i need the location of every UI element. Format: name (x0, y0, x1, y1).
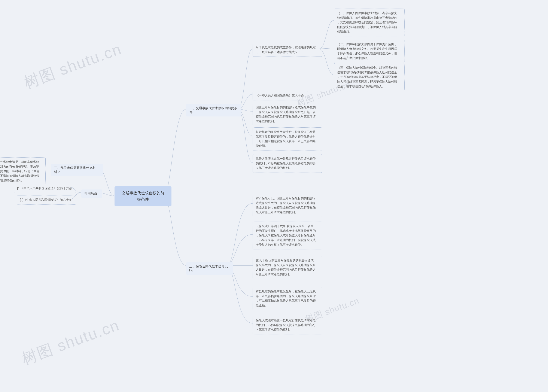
node-b2-materials[interactable]: 代位求偿提供案件索赔申请书、机动车辆索赔权转让书、责任对方的有效身份证明、事故证… (0, 157, 46, 185)
branch-section-3[interactable]: 三、保险合同代位求偿可以吗 (186, 262, 233, 275)
watermark: 树图 shutu.cn (21, 39, 125, 93)
node-b1-p1[interactable]: 因第三者对保险标的的损害而造成保险事故的，保险人自向被保险人赔偿保险金之日起，在… (253, 103, 322, 126)
node-req-3[interactable]: （三）保险人给付保险赔偿金。对第三者的赔偿请求权转移的时间界限是保险人给付赔偿金… (334, 63, 405, 91)
node-b3-p4[interactable]: 前款规定的保险事故发生后，被保险人已经从第三者取得损害赔偿的，保险人赔偿保险金时… (253, 287, 322, 310)
root-title-line2: 提条件 (120, 196, 166, 203)
node-req-intro[interactable]: 对于代位求偿权的成立要件，按照法律的规定，一般应具备下述要件方能成立： (253, 43, 322, 57)
node-b1-p3[interactable]: 保险人依照本条第一款规定行使代位请求赔偿的权利，不影响被保险人就未取得赔偿的部分… (253, 154, 322, 173)
node-b3-p2[interactable]: 《保险法》第四十六条 被保险人因第三者的行为而发生死亡、伤残或者疾病等保险事故的… (253, 222, 322, 249)
branch-references[interactable]: 引用法条 (81, 189, 102, 198)
branch-section-2[interactable]: 二、代位求偿需要提供什么材料？ (51, 164, 103, 176)
root-node[interactable]: 交通事故代位求偿权的前 提条件 (115, 186, 172, 206)
branch-section-1[interactable]: 一、交通事故代位求偿权的前提条件 (186, 104, 242, 116)
node-b3-p3[interactable]: 第六十条 因第三者对保险标的的损害而造成保险事故的，保险人自向被保险人赔偿保险金… (253, 256, 322, 279)
root-title-line1: 交通事故代位求偿权的前 (120, 190, 166, 196)
node-req-1[interactable]: （一）保险人因保险事故主对第三者享有损失赔偿请求权。首先保险事故是由第三者造成的… (334, 8, 405, 36)
node-b3-p1[interactable]: 财产保险可以。因第三者对保险标的的损害而造成保险事故的，保险人自向被保险人赔偿保… (253, 194, 322, 217)
watermark: 树图 shutu.cn (19, 315, 122, 369)
node-ref-2[interactable]: [2]《中华人民共和国保险法》 第六十条 (17, 195, 76, 205)
node-b1-p2[interactable]: 前款规定的保险事故发生后，被保险人已经从第三者取得损害赔偿的，保险人赔偿保险金时… (253, 127, 322, 151)
node-b1-lawref[interactable]: 《中华人民共和国保险法》第六十条 (253, 91, 308, 100)
node-req-2[interactable]: （二）保险标的损失原因属于保险责任范围，即保险人负有赔偿义务。如果损失发生原因属… (334, 40, 405, 63)
node-b3-p5[interactable]: 保险人依照本条第一款规定行使代位请求赔偿的权利，不影响被保险人就未取得赔偿的部分… (253, 316, 322, 334)
node-ref-1[interactable]: [1]《中华人民共和国保险法》 第四十六条 (14, 184, 76, 193)
